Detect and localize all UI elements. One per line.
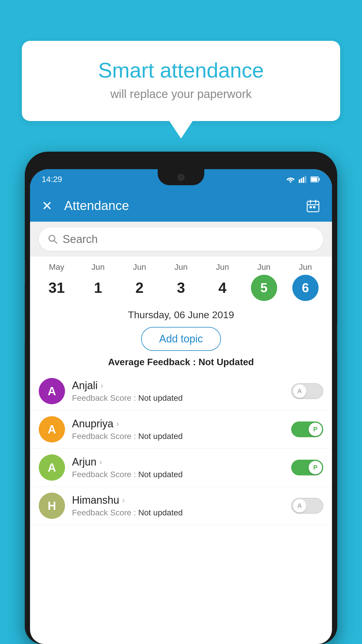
attendance-toggle[interactable]: A [291, 383, 323, 399]
status-icons [286, 176, 320, 183]
avg-feedback: Average Feedback : Not Updated [30, 357, 332, 368]
phone-frame: 14:29 [25, 152, 337, 644]
student-avatar: A [39, 416, 65, 442]
cal-month: Jun [299, 262, 312, 272]
add-topic-button[interactable]: Add topic [141, 327, 221, 351]
wifi-icon [286, 176, 295, 183]
signal-icon [299, 176, 307, 183]
camera [178, 174, 184, 181]
avg-feedback-value: Not Updated [198, 357, 254, 367]
student-info: Anupriya ›Feedback Score : Not updated [72, 418, 284, 441]
student-info: Himanshu ›Feedback Score : Not updated [72, 494, 284, 517]
calendar-day[interactable]: Jun3 [168, 262, 194, 301]
toggle-knob: A [293, 384, 306, 398]
chevron-icon: › [122, 496, 125, 505]
chevron-icon: › [116, 419, 119, 428]
attendance-toggle[interactable]: P [291, 460, 323, 475]
student-list: AAnjali ›Feedback Score : Not updatedAAA… [30, 372, 332, 525]
student-item[interactable]: AArjun ›Feedback Score : Not updatedP [30, 449, 332, 487]
toggle-knob: A [293, 499, 306, 512]
student-item[interactable]: AAnupriya ›Feedback Score : Not updatedP [30, 410, 332, 449]
search-icon [48, 234, 58, 244]
student-info: Anjali ›Feedback Score : Not updated [72, 379, 284, 403]
student-feedback: Feedback Score : Not updated [72, 432, 284, 441]
cal-date: 6 [292, 275, 319, 301]
close-button[interactable]: ✕ [42, 198, 52, 213]
calendar-day[interactable]: May31 [43, 262, 70, 301]
phone-screen: 14:29 [30, 169, 332, 644]
student-feedback: Feedback Score : Not updated [72, 393, 284, 403]
app-bar: ✕ Attendance [30, 190, 332, 222]
avg-feedback-label: Average Feedback : [108, 357, 196, 367]
calendar-day[interactable]: Jun4 [209, 262, 236, 301]
student-name: Anjali › [72, 379, 284, 392]
cal-month: Jun [257, 262, 270, 272]
calendar-day[interactable]: Jun6 [292, 262, 319, 301]
toggle-knob: P [309, 423, 322, 436]
svg-rect-6 [319, 178, 320, 181]
calendar-day[interactable]: Jun1 [85, 262, 111, 301]
battery-icon [310, 176, 320, 183]
student-name: Arjun › [72, 456, 284, 468]
feedback-value: Not updated [138, 393, 183, 402]
cal-date: 5 [251, 275, 277, 301]
attendance-toggle[interactable]: P [291, 421, 323, 437]
feedback-value: Not updated [138, 470, 183, 479]
student-name: Anupriya › [72, 418, 284, 430]
svg-point-0 [290, 181, 291, 183]
search-bar-container [30, 222, 332, 257]
bubble-tail [169, 121, 193, 139]
chevron-icon: › [101, 381, 103, 390]
power-button [337, 324, 337, 353]
svg-rect-13 [313, 206, 315, 208]
bubble-title: Smart attendance [45, 58, 317, 82]
student-item[interactable]: HHimanshu ›Feedback Score : Not updatedA [30, 487, 332, 525]
svg-point-14 [49, 235, 55, 241]
cal-month: Jun [174, 262, 187, 272]
svg-rect-1 [299, 179, 300, 183]
cal-date: 2 [126, 275, 153, 301]
feedback-value: Not updated [138, 508, 183, 517]
student-avatar: A [39, 454, 65, 481]
attendance-toggle[interactable]: A [291, 498, 323, 514]
calendar-strip: May31Jun1Jun2Jun3Jun4Jun5Jun6 [30, 257, 332, 304]
student-item[interactable]: AAnjali ›Feedback Score : Not updatedA [30, 372, 332, 410]
notch [158, 169, 204, 185]
student-feedback: Feedback Score : Not updated [72, 470, 284, 479]
svg-line-15 [54, 241, 57, 244]
status-time: 14:29 [42, 175, 62, 184]
svg-rect-7 [311, 177, 317, 181]
student-avatar: A [39, 378, 65, 404]
content-area: May31Jun1Jun2Jun3Jun4Jun5Jun6 Thursday, … [30, 222, 332, 525]
cal-date: 4 [209, 275, 236, 301]
cal-month: May [49, 262, 64, 272]
svg-rect-4 [305, 176, 306, 183]
speech-bubble: Smart attendance will replace your paper… [22, 41, 340, 121]
volume-up-button [25, 260, 25, 283]
toggle-knob: P [309, 461, 322, 474]
cal-month: Jun [133, 262, 146, 272]
calendar-icon[interactable] [306, 198, 320, 213]
student-avatar: H [39, 493, 65, 519]
cal-date: 31 [43, 275, 70, 301]
student-feedback: Feedback Score : Not updated [72, 508, 284, 517]
search-input[interactable] [63, 233, 314, 246]
cal-date: 1 [85, 275, 111, 301]
chevron-icon: › [99, 457, 102, 467]
student-info: Arjun ›Feedback Score : Not updated [72, 456, 284, 479]
cal-month: Jun [92, 262, 105, 272]
svg-rect-12 [310, 206, 312, 208]
bubble-subtitle: will replace your paperwork [45, 88, 317, 101]
app-title: Attendance [64, 198, 294, 213]
svg-rect-2 [301, 178, 302, 183]
feedback-value: Not updated [138, 432, 183, 441]
calendar-day[interactable]: Jun5 [251, 262, 277, 301]
speech-bubble-container: Smart attendance will replace your paper… [22, 41, 340, 139]
volume-down-button [25, 319, 25, 342]
search-bar[interactable] [39, 228, 323, 251]
cal-month: Jun [216, 262, 229, 272]
student-name: Himanshu › [72, 494, 284, 506]
background: Smart attendance will replace your paper… [0, 0, 362, 644]
calendar-day[interactable]: Jun2 [126, 262, 153, 301]
selected-date: Thursday, 06 June 2019 [30, 304, 332, 324]
